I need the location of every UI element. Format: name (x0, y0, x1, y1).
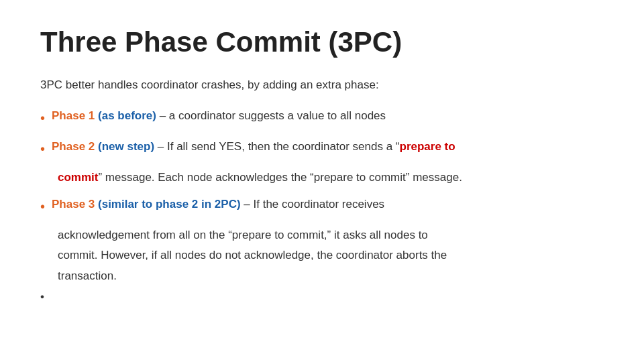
phase1-label: Phase 1 (52, 109, 95, 122)
bullet-list: • Phase 1 (as before) – a coordinator su… (40, 107, 604, 285)
bullet-dot-2: • (40, 139, 45, 160)
phase1-rest: – a coordinator suggests a value to all … (160, 109, 386, 122)
phase3-rest: – If the coordinator receives (244, 198, 384, 210)
bullet-dot-1: • (40, 108, 45, 129)
phase3-line4: transaction. (58, 267, 604, 285)
phase3-label: Phase 3 (52, 198, 95, 210)
bullet-dot-3: • (40, 196, 45, 217)
slide-container: Three Phase Commit (3PC) 3PC better hand… (0, 0, 644, 362)
phase2-extra-rest: ” message. Each node acknowledges the “p… (98, 171, 462, 184)
phase2-highlight: (new step) (98, 140, 154, 153)
bullet-item-phase2: • Phase 2 (new step) – If all send YES, … (40, 138, 604, 160)
phase2-label: Phase 2 (52, 140, 95, 153)
phase1-content: Phase 1 (as before) – a coordinator sugg… (52, 107, 604, 125)
phase2-bold-commit: commit (58, 171, 98, 184)
phase3-line2: acknowledgement from all on the “prepare… (58, 227, 604, 244)
slide-title: Three Phase Commit (3PC) (40, 27, 604, 58)
phase3-highlight: (similar to phase 2 in 2PC) (98, 198, 241, 210)
slide-subtitle: 3PC better handles coordinator crashes, … (40, 76, 604, 94)
bullet-item-phase3: • Phase 3 (similar to phase 2 in 2PC) – … (40, 196, 604, 217)
phase3-content: Phase 3 (similar to phase 2 in 2PC) – If… (52, 196, 604, 213)
phase1-highlight: (as before) (98, 109, 156, 122)
phase2-extra-line: commit” message. Each node acknowledges … (58, 169, 604, 186)
phase3-line3: commit. However, if all nodes do not ack… (58, 247, 604, 264)
phase2-content: Phase 2 (new step) – If all send YES, th… (52, 138, 604, 156)
bullet-item-phase1: • Phase 1 (as before) – a coordinator su… (40, 107, 604, 129)
phase2-rest: – If all send YES, then the coordinator … (158, 140, 400, 153)
phase2-bold-prepare: prepare to (400, 140, 455, 153)
bottom-bullet: • (40, 290, 604, 304)
